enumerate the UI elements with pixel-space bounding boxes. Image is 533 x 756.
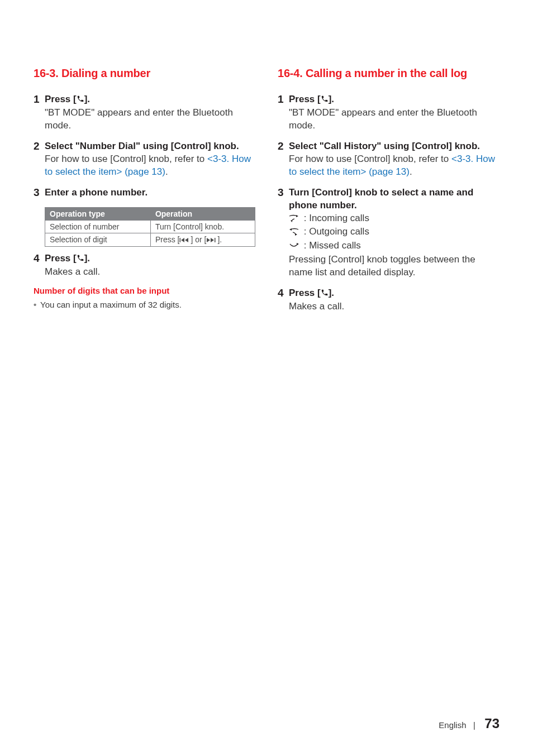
- step-normal-pre: For how to use [Control] knob, refer to: [289, 154, 451, 164]
- svg-marker-7: [291, 220, 292, 222]
- step-body: Enter a phone number.: [45, 186, 255, 199]
- svg-marker-10: [297, 243, 299, 245]
- svg-rect-5: [215, 238, 216, 242]
- step-body: Press []. "BT MODE" appears and enter th…: [289, 93, 499, 132]
- svg-marker-6: [296, 215, 298, 217]
- left-column: 16-3. Dialing a number 1 Press []. "BT M…: [34, 67, 255, 321]
- step-3-right: 3 Turn [Control] knob to select a name a…: [278, 186, 499, 280]
- svg-rect-0: [180, 238, 181, 242]
- step-body: Press []. "BT MODE" appears and enter th…: [45, 93, 255, 132]
- step-normal: Makes a call.: [289, 301, 344, 312]
- next-track-icon: [206, 236, 217, 245]
- step-bold-pre: Press [: [289, 288, 321, 298]
- step-2-right: 2 Select "Call History" using [Control] …: [278, 140, 499, 179]
- step-bold-pre: Press [: [45, 253, 77, 264]
- table-row: Selection of digit Press [] or [].: [45, 233, 255, 246]
- footer-sep: |: [473, 720, 475, 730]
- footer-lang: English: [439, 720, 466, 730]
- step-bold-post: ].: [329, 288, 334, 298]
- phone-icon: [321, 288, 329, 300]
- section-title-dialing: 16-3. Dialing a number: [34, 67, 255, 80]
- phone-icon: [77, 253, 84, 266]
- step-bold-pre: Press [: [45, 94, 77, 104]
- step-number: 2: [34, 140, 45, 153]
- step-number: 2: [278, 140, 289, 153]
- outgoing-call-icon: [289, 227, 299, 240]
- step-normal: "BT MODE" appears and enter the Bluetoot…: [289, 107, 477, 131]
- table-header: Operation type: [45, 207, 151, 220]
- step-number: 1: [278, 93, 289, 106]
- table-cell: Selection of number: [45, 220, 151, 233]
- svg-marker-1: [181, 238, 184, 242]
- step-4-left: 4 Press []. Makes a call.: [34, 252, 255, 279]
- svg-marker-4: [211, 238, 214, 242]
- phone-icon: [77, 94, 84, 107]
- incoming-call-icon: [289, 213, 299, 226]
- prev-track-icon: [179, 236, 191, 245]
- page-footer: English | 73: [439, 716, 499, 731]
- step-number: 3: [278, 186, 289, 199]
- step-1-right: 1 Press []. "BT MODE" appears and enter …: [278, 93, 499, 132]
- svg-marker-9: [295, 233, 297, 236]
- step-body: Press []. Makes a call.: [45, 252, 255, 279]
- step-body: Select "Call History" using [Control] kn…: [289, 140, 499, 179]
- step-normal: Makes a call.: [45, 266, 100, 277]
- section-title-calllog: 16-4. Calling a number in the call log: [278, 67, 499, 80]
- table-row: Selection of number Turn [Control] knob.: [45, 220, 255, 233]
- step-normal-tail: Pressing [Control] knob toggles between …: [289, 254, 475, 277]
- svg-marker-2: [185, 238, 188, 242]
- step-normal-post: .: [410, 166, 412, 177]
- step-4-right: 4 Press []. Makes a call.: [278, 287, 499, 313]
- right-column: 16-4. Calling a number in the call log 1…: [278, 67, 499, 321]
- step-bold: Turn [Control] knob to select a name and…: [289, 187, 473, 210]
- step-1-left: 1 Press []. "BT MODE" appears and enter …: [34, 93, 255, 132]
- step-normal-post: .: [165, 166, 168, 177]
- step-body: Select "Number Dial" using [Control] kno…: [45, 140, 255, 179]
- table-cell: Selection of digit: [45, 233, 151, 246]
- step-bold-pre: Press [: [289, 94, 321, 104]
- page-number: 73: [484, 716, 499, 731]
- step-body: Turn [Control] knob to select a name and…: [289, 186, 499, 280]
- step-2-left: 2 Select "Number Dial" using [Control] k…: [34, 140, 255, 179]
- incoming-label: : Incoming calls: [301, 213, 369, 223]
- call-type-line: : Incoming calls: [289, 213, 369, 223]
- svg-marker-8: [289, 228, 292, 231]
- note-title: Number of digits that can be input: [34, 286, 255, 295]
- operation-table: Operation type Operation Selection of nu…: [45, 207, 255, 247]
- missed-label: : Missed calls: [301, 240, 361, 251]
- note-bullet: You can input a maximum of 32 digits.: [34, 299, 255, 310]
- table-header: Operation: [150, 207, 255, 220]
- step-bold-post: ].: [329, 94, 334, 104]
- step-bold-post: ].: [84, 94, 90, 104]
- step-number: 4: [278, 287, 289, 300]
- step-bold: Select "Number Dial" using [Control] kno…: [45, 141, 239, 151]
- step-number: 3: [34, 186, 45, 199]
- step-bold: Select "Call History" using [Control] kn…: [289, 141, 480, 151]
- step-body: Press []. Makes a call.: [289, 287, 499, 313]
- step-bold: Enter a phone number.: [45, 187, 147, 198]
- table-cell: Turn [Control] knob.: [150, 220, 255, 233]
- phone-icon: [321, 94, 329, 107]
- svg-marker-3: [207, 238, 210, 242]
- step-3-left: 3 Enter a phone number.: [34, 186, 255, 199]
- step-normal: "BT MODE" appears and enter the Bluetoot…: [45, 107, 233, 131]
- call-type-line: : Missed calls: [289, 240, 361, 251]
- step-bold-post: ].: [84, 253, 90, 264]
- missed-call-icon: [289, 241, 299, 253]
- step-normal-pre: For how to use [Control] knob, refer to: [45, 154, 207, 164]
- step-number: 4: [34, 252, 45, 265]
- outgoing-label: : Outgoing calls: [301, 226, 369, 237]
- table-cell: Press [] or [].: [150, 233, 255, 246]
- step-number: 1: [34, 93, 45, 106]
- call-type-line: : Outgoing calls: [289, 226, 369, 237]
